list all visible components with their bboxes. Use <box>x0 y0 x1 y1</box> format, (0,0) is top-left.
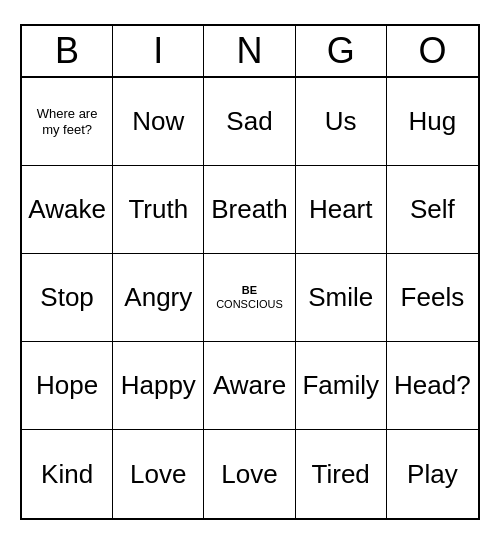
cell-content: Play <box>407 460 458 489</box>
cell-content: Hope <box>36 371 98 400</box>
cell-content: Aware <box>213 371 286 400</box>
cell-r1-c1: Truth <box>113 166 204 254</box>
cell-r3-c1: Happy <box>113 342 204 430</box>
cell-content: Tired <box>312 460 370 489</box>
cell-r0-c2: Sad <box>204 78 295 166</box>
cell-content: BECONSCIOUS <box>216 284 283 310</box>
cell-content: Us <box>325 107 357 136</box>
cell-r2-c2: BECONSCIOUS <box>204 254 295 342</box>
cell-content: Love <box>130 460 186 489</box>
cell-r1-c4: Self <box>387 166 478 254</box>
cell-content: Truth <box>128 195 188 224</box>
cell-content: Breath <box>211 195 288 224</box>
cell-content: Now <box>132 107 184 136</box>
cell-content: Stop <box>40 283 94 312</box>
cell-content: Self <box>410 195 455 224</box>
bingo-grid: Where are my feet?NowSadUsHugAwakeTruthB… <box>22 78 478 518</box>
cell-r3-c2: Aware <box>204 342 295 430</box>
cell-r2-c3: Smile <box>296 254 387 342</box>
cell-r0-c1: Now <box>113 78 204 166</box>
cell-r2-c1: Angry <box>113 254 204 342</box>
cell-content: Sad <box>226 107 272 136</box>
bingo-header: BINGO <box>22 26 478 78</box>
cell-r1-c2: Breath <box>204 166 295 254</box>
cell-r4-c0: Kind <box>22 430 113 518</box>
cell-content: Happy <box>121 371 196 400</box>
cell-content: Kind <box>41 460 93 489</box>
cell-content: Heart <box>309 195 373 224</box>
cell-content: Smile <box>308 283 373 312</box>
cell-r3-c4: Head? <box>387 342 478 430</box>
cell-r0-c4: Hug <box>387 78 478 166</box>
cell-r4-c2: Love <box>204 430 295 518</box>
cell-r4-c3: Tired <box>296 430 387 518</box>
cell-r3-c0: Hope <box>22 342 113 430</box>
header-letter: G <box>296 26 387 76</box>
cell-content: Feels <box>401 283 465 312</box>
cell-r0-c3: Us <box>296 78 387 166</box>
header-letter: O <box>387 26 478 76</box>
header-letter: B <box>22 26 113 76</box>
cell-r1-c3: Heart <box>296 166 387 254</box>
cell-content: Head? <box>394 371 471 400</box>
cell-content: Awake <box>28 195 106 224</box>
cell-r4-c4: Play <box>387 430 478 518</box>
header-letter: I <box>113 26 204 76</box>
cell-r3-c3: Family <box>296 342 387 430</box>
cell-content: Angry <box>124 283 192 312</box>
cell-content: Hug <box>409 107 457 136</box>
header-letter: N <box>204 26 295 76</box>
bingo-card: BINGO Where are my feet?NowSadUsHugAwake… <box>20 24 480 520</box>
cell-r1-c0: Awake <box>22 166 113 254</box>
cell-content: Where are my feet? <box>28 106 106 137</box>
cell-r4-c1: Love <box>113 430 204 518</box>
cell-content: Love <box>221 460 277 489</box>
cell-r0-c0: Where are my feet? <box>22 78 113 166</box>
cell-r2-c4: Feels <box>387 254 478 342</box>
cell-r2-c0: Stop <box>22 254 113 342</box>
cell-content: Family <box>302 371 379 400</box>
